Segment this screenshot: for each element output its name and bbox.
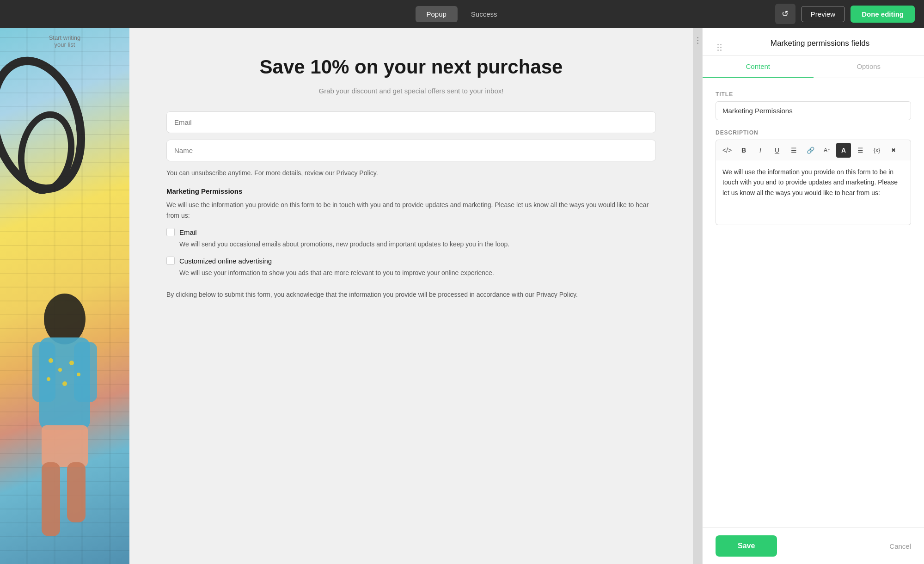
toolbar-font-size[interactable]: A↑ [820,143,834,158]
marketing-permissions-desc: We will use the information you provide … [166,200,656,221]
preview-button[interactable]: Preview [801,6,845,22]
form-title: Save 10% on your next purchase [166,55,656,79]
toolbar-merge-tags[interactable]: {x} [869,143,884,158]
permission-advertising-header: Customized online advertising [166,257,656,265]
svg-rect-3 [74,342,97,402]
topbar: Popup Success ↺ Preview Done editing [0,0,924,28]
image-panel: Start writing your list [0,28,129,564]
toolbar-font-color[interactable]: A [836,143,851,158]
handle-dots [696,34,700,47]
settings-header: Marketing permissions fields [703,28,924,56]
toolbar-code[interactable]: </> [720,143,734,158]
svg-point-0 [44,294,86,344]
settings-tabs: Content Options [703,56,924,78]
description-toolbar: </> B I U ☰ 🔗 A↑ A ☰ {x} ✖ [716,140,911,160]
settings-body: TITLE DESCRIPTION </> B I U ☰ 🔗 A↑ A ☰ {… [703,78,924,527]
acknowledge-text: By clicking below to submit this form, y… [166,289,656,300]
toolbar-bold[interactable]: B [736,143,751,158]
toolbar-clear-format[interactable]: ✖ [886,143,901,158]
toolbar-italic[interactable]: I [753,143,768,158]
advertising-checkbox[interactable] [166,257,175,265]
svg-rect-2 [32,342,55,402]
email-input[interactable] [166,111,656,133]
email-checkbox[interactable] [166,228,175,236]
svg-rect-12 [67,462,86,522]
name-input[interactable] [166,140,656,161]
svg-point-6 [69,361,74,365]
drag-handle[interactable] [716,42,723,53]
image-placeholder: Start writing your list [49,34,81,48]
tab-content[interactable]: Content [703,56,814,78]
title-field-label: TITLE [716,91,911,98]
form-subtitle: Grab your discount and get special offer… [166,86,656,97]
permission-email: Email We will send you occasional emails… [166,228,656,249]
cancel-button[interactable]: Cancel [889,542,911,550]
done-editing-button[interactable]: Done editing [851,6,915,23]
svg-rect-11 [42,462,60,536]
form-panel: Save 10% on your next purchase Grab your… [129,28,693,564]
svg-point-9 [62,381,67,386]
resize-handle[interactable] [693,28,702,564]
save-button[interactable]: Save [716,535,777,557]
email-label: Email [179,228,197,236]
history-button[interactable]: ↺ [775,4,795,24]
settings-panel-title: Marketing permissions fields [729,39,911,55]
email-desc: We will send you occasional emails about… [166,239,656,249]
toolbar-list[interactable]: ☰ [786,143,801,158]
main-content: Start writing your list Save 10% on your… [0,28,924,564]
settings-footer: Save Cancel [703,527,924,564]
figure-silhouette [5,264,125,564]
svg-point-4 [49,358,53,363]
tab-group: Popup Success [415,6,508,22]
toolbar-underline[interactable]: U [770,143,784,158]
person-svg [5,264,125,564]
topbar-right: ↺ Preview Done editing [775,4,915,24]
settings-panel: Marketing permissions fields Content Opt… [702,28,924,564]
toolbar-align[interactable]: ☰ [853,143,868,158]
description-textarea[interactable]: We will use the information you provide … [716,160,911,225]
tab-options[interactable]: Options [814,56,924,78]
image-background: Start writing your list [0,28,129,564]
permission-email-header: Email [166,228,656,236]
permission-advertising: Customized online advertising We will us… [166,257,656,278]
tab-popup[interactable]: Popup [415,6,457,22]
advertising-label: Customized online advertising [179,257,272,265]
marketing-permissions-title: Marketing Permissions [166,187,656,195]
unsubscribe-text: You can unsubscribe anytime. For more de… [166,168,656,178]
advertising-desc: We will use your information to show you… [166,268,656,278]
svg-point-8 [47,377,50,381]
svg-rect-10 [42,425,88,467]
svg-point-5 [58,368,62,372]
toolbar-link[interactable]: 🔗 [803,143,818,158]
title-field-input[interactable] [716,101,911,120]
svg-point-7 [77,373,80,376]
tab-success[interactable]: Success [459,6,509,22]
history-icon: ↺ [782,9,789,19]
description-field-label: DESCRIPTION [716,129,911,136]
